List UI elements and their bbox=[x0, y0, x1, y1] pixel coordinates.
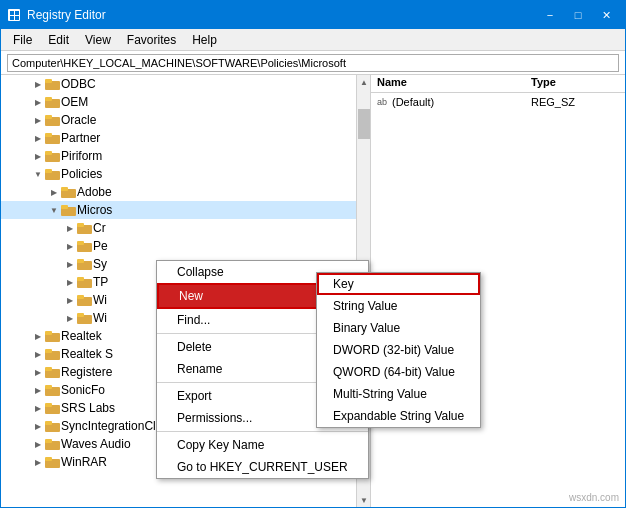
address-bar bbox=[1, 51, 625, 75]
tree-item-policies[interactable]: ▼ Policies bbox=[1, 165, 356, 183]
svg-rect-6 bbox=[45, 79, 52, 83]
tree-item-microsoft[interactable]: ▼ Micros bbox=[1, 201, 356, 219]
folder-icon bbox=[77, 221, 93, 235]
svg-rect-44 bbox=[45, 421, 52, 425]
close-button[interactable]: ✕ bbox=[593, 5, 619, 25]
tree-item-odbc[interactable]: ▶ ODBC bbox=[1, 75, 356, 93]
minimize-button[interactable]: − bbox=[537, 5, 563, 25]
menu-edit[interactable]: Edit bbox=[40, 31, 77, 49]
menu-help[interactable]: Help bbox=[184, 31, 225, 49]
tree-label: Wi bbox=[93, 293, 107, 307]
sub-menu-key[interactable]: Key bbox=[317, 273, 480, 295]
folder-icon bbox=[45, 77, 61, 91]
svg-rect-8 bbox=[45, 97, 52, 101]
main-content: ▶ ODBC ▶ OEM ▶ Oracle ▶ bbox=[1, 75, 625, 507]
svg-rect-12 bbox=[45, 133, 52, 137]
tree-item-pe[interactable]: ▶ Pe bbox=[1, 237, 356, 255]
sub-menu-multistring[interactable]: Multi-String Value bbox=[317, 383, 480, 405]
svg-rect-42 bbox=[45, 403, 52, 407]
registry-row-name: ab (Default) bbox=[371, 95, 525, 109]
folder-icon bbox=[61, 185, 77, 199]
menu-file[interactable]: File bbox=[5, 31, 40, 49]
expander-icon: ▶ bbox=[63, 257, 77, 271]
sub-menu-string[interactable]: String Value bbox=[317, 295, 480, 317]
context-label: New bbox=[179, 289, 203, 303]
context-label: Rename bbox=[177, 362, 222, 376]
column-type-header: Type bbox=[525, 75, 625, 92]
folder-icon-open bbox=[45, 167, 61, 181]
tree-item-oem[interactable]: ▶ OEM bbox=[1, 93, 356, 111]
svg-rect-10 bbox=[45, 115, 52, 119]
folder-icon bbox=[45, 329, 61, 343]
tree-label: OEM bbox=[61, 95, 88, 109]
sub-menu-binary[interactable]: Binary Value bbox=[317, 317, 480, 339]
expander-icon: ▼ bbox=[47, 203, 61, 217]
folder-icon bbox=[77, 275, 93, 289]
sub-menu-qword[interactable]: QWORD (64-bit) Value bbox=[317, 361, 480, 383]
registry-row-default[interactable]: ab (Default) REG_SZ bbox=[371, 93, 625, 111]
svg-rect-46 bbox=[45, 439, 52, 443]
sub-menu-label: String Value bbox=[333, 299, 397, 313]
context-menu-goto[interactable]: Go to HKEY_CURRENT_USER bbox=[157, 456, 368, 478]
window-title: Registry Editor bbox=[27, 8, 537, 22]
sub-menu-expandable[interactable]: Expandable String Value bbox=[317, 405, 480, 427]
folder-icon bbox=[45, 149, 61, 163]
menu-view[interactable]: View bbox=[77, 31, 119, 49]
expander-icon: ▶ bbox=[63, 311, 77, 325]
tree-label: Pe bbox=[93, 239, 108, 253]
tree-item-adobe[interactable]: ▶ Adobe bbox=[1, 183, 356, 201]
tree-item-oracle[interactable]: ▶ Oracle bbox=[1, 111, 356, 129]
scroll-thumb[interactable] bbox=[358, 109, 370, 139]
context-label: Permissions... bbox=[177, 411, 252, 425]
tree-item-piriform[interactable]: ▶ Piriform bbox=[1, 147, 356, 165]
tree-item-partner[interactable]: ▶ Partner bbox=[1, 129, 356, 147]
sub-menu-label: Key bbox=[333, 277, 354, 291]
tree-label: Sy bbox=[93, 257, 107, 271]
sub-menu-dword[interactable]: DWORD (32-bit) Value bbox=[317, 339, 480, 361]
ab-icon: ab bbox=[377, 97, 387, 107]
menu-separator bbox=[157, 431, 368, 432]
svg-rect-14 bbox=[45, 151, 52, 155]
menu-favorites[interactable]: Favorites bbox=[119, 31, 184, 49]
svg-rect-40 bbox=[45, 385, 52, 389]
folder-icon bbox=[45, 419, 61, 433]
scroll-down-arrow[interactable]: ▼ bbox=[357, 493, 371, 507]
folder-icon bbox=[45, 383, 61, 397]
expander-icon: ▶ bbox=[31, 419, 45, 433]
folder-icon bbox=[45, 95, 61, 109]
expander-icon: ▶ bbox=[31, 437, 45, 451]
sub-menu-label: DWORD (32-bit) Value bbox=[333, 343, 454, 357]
context-label: Delete bbox=[177, 340, 212, 354]
tree-item-cr[interactable]: ▶ Cr bbox=[1, 219, 356, 237]
svg-rect-34 bbox=[45, 331, 52, 335]
tree-label: Waves Audio bbox=[61, 437, 131, 451]
expander-icon: ▶ bbox=[31, 113, 45, 127]
expander-icon: ▶ bbox=[31, 149, 45, 163]
expander-icon: ▼ bbox=[31, 167, 45, 181]
scroll-up-arrow[interactable]: ▲ bbox=[357, 75, 371, 89]
context-menu-copy-key[interactable]: Copy Key Name bbox=[157, 434, 368, 456]
expander-icon: ▶ bbox=[31, 455, 45, 469]
tree-label: TP bbox=[93, 275, 108, 289]
context-label: Collapse bbox=[177, 265, 224, 279]
tree-label: Realtek bbox=[61, 329, 102, 343]
sub-menu-label: Multi-String Value bbox=[333, 387, 427, 401]
context-label: Go to HKEY_CURRENT_USER bbox=[177, 460, 348, 474]
tree-label: Wi bbox=[93, 311, 107, 325]
title-bar: Registry Editor − □ ✕ bbox=[1, 1, 625, 29]
context-label: Find... bbox=[177, 313, 210, 327]
maximize-button[interactable]: □ bbox=[565, 5, 591, 25]
folder-icon bbox=[45, 365, 61, 379]
folder-icon bbox=[45, 455, 61, 469]
svg-rect-26 bbox=[77, 259, 84, 263]
folder-icon bbox=[77, 239, 93, 253]
svg-rect-38 bbox=[45, 367, 52, 371]
address-input[interactable] bbox=[7, 54, 619, 72]
svg-rect-30 bbox=[77, 295, 84, 299]
folder-icon-open bbox=[61, 203, 77, 217]
svg-rect-48 bbox=[45, 457, 52, 461]
registry-value-name: (Default) bbox=[392, 96, 434, 108]
folder-icon bbox=[45, 347, 61, 361]
tree-label: SRS Labs bbox=[61, 401, 115, 415]
svg-rect-3 bbox=[10, 16, 14, 20]
